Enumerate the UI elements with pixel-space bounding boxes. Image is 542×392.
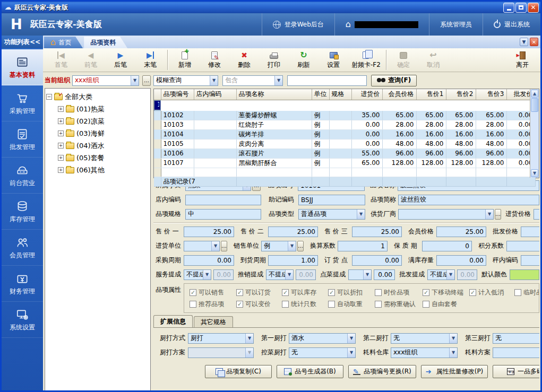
- column-header[interactable]: 单位: [312, 89, 329, 100]
- sale-unit-browse-button[interactable]: …: [297, 241, 304, 251]
- attribute-checkbox[interactable]: 需称重确认: [375, 300, 423, 309]
- tree-item[interactable]: +(06)其他: [46, 164, 149, 176]
- renumber-button[interactable]: ✎品项编号更换(R): [348, 365, 416, 378]
- close-button[interactable]: ✕: [528, 3, 539, 13]
- attribute-checkbox[interactable]: ✓计入低消: [469, 288, 514, 297]
- column-header[interactable]: 进货价: [351, 89, 382, 100]
- table-row[interactable]: 10103红烧肘子例0.0028.0028.0028.0028.000.00: [154, 120, 535, 129]
- tree-item[interactable]: +(05)套餐: [46, 152, 149, 164]
- sidebar-item-front-desk[interactable]: 前台营业: [2, 158, 43, 194]
- org-browse-button[interactable]: …: [142, 75, 151, 86]
- sale-unit-select[interactable]: 例▼: [261, 241, 296, 251]
- chevron-down-icon[interactable]: ▼: [210, 76, 218, 85]
- attribute-checkbox[interactable]: 推荐品项: [190, 300, 236, 309]
- column-header[interactable]: 店内编码: [194, 89, 236, 100]
- chevron-down-icon[interactable]: ▼: [446, 270, 454, 280]
- member-price-field[interactable]: 25.00: [436, 227, 486, 237]
- wholesale-comm-select[interactable]: 不提成▼: [427, 269, 455, 280]
- scale-code-field[interactable]: [521, 255, 539, 266]
- conversion-field[interactable]: 1: [338, 241, 388, 251]
- toolbar-last-button[interactable]: ▶末笔: [135, 49, 165, 71]
- attribute-checkbox[interactable]: 统计只数: [282, 300, 328, 309]
- expand-icon[interactable]: +: [58, 130, 64, 136]
- supplier-browse-button[interactable]: …: [495, 209, 501, 220]
- purchase-cycle-field[interactable]: 0.00: [184, 255, 234, 266]
- type-select[interactable]: 普通品项▼: [298, 209, 365, 220]
- table-row[interactable]: 10102葱姜爆炒醉螺例35.0065.0065.0065.0065.000.0…: [154, 111, 535, 120]
- collapse-icon[interactable]: −: [46, 94, 52, 100]
- max-stock-field[interactable]: 0.00: [436, 255, 486, 266]
- toolbar-exit-button[interactable]: ▸离开: [507, 49, 537, 71]
- chevron-down-icon[interactable]: ▼: [363, 270, 371, 280]
- scroll-down-icon[interactable]: ▼: [531, 169, 538, 177]
- toolbar-refresh-button[interactable]: ↻刷新: [289, 49, 319, 71]
- chevron-down-icon[interactable]: ▼: [245, 334, 253, 343]
- chevron-down-icon[interactable]: ▼: [449, 334, 457, 343]
- table-row[interactable]: 10104碳烤羊排例0.0016.0016.0016.0016.000.00: [154, 129, 535, 139]
- spec-field[interactable]: 中: [185, 209, 261, 220]
- sidebar-item-inventory[interactable]: 库存管理: [2, 194, 43, 230]
- minimize-button[interactable]: [503, 3, 514, 13]
- points-factor-field[interactable]: [506, 241, 539, 251]
- attribute-checkbox[interactable]: ✓下移动终端: [423, 288, 469, 297]
- current-org-select[interactable]: xxx组织 ▼: [72, 75, 139, 86]
- toolbar-new-button[interactable]: ✚新增: [170, 49, 200, 71]
- chevron-down-icon[interactable]: ▼: [288, 241, 296, 251]
- mnemonic-field[interactable]: BSJJ: [298, 195, 365, 205]
- expand-icon[interactable]: +: [58, 118, 64, 124]
- web-login-button[interactable]: 登录Web后台: [262, 13, 334, 36]
- sidebar-item-basic-data[interactable]: 基本资料: [2, 49, 43, 85]
- tab-item-data[interactable]: 品项资料: [84, 37, 127, 48]
- attribute-checkbox[interactable]: ✓可以库存: [282, 288, 328, 297]
- chevron-down-icon[interactable]: ▼: [485, 210, 493, 219]
- scroll-thumb[interactable]: [531, 98, 538, 112]
- chevron-down-icon[interactable]: ▼: [131, 76, 139, 85]
- attribute-checkbox[interactable]: ✓可以变价: [236, 300, 282, 309]
- purchase-unit-browse-button[interactable]: …: [221, 241, 227, 251]
- chevron-down-icon[interactable]: ▼: [357, 210, 365, 219]
- attribute-checkbox[interactable]: ✓可以订货: [236, 288, 282, 297]
- scroll-up-icon[interactable]: ▲: [531, 90, 538, 98]
- order-comm-value[interactable]: 0.00: [374, 269, 395, 280]
- tree-item[interactable]: +(04)酒水: [46, 140, 149, 152]
- tree-item[interactable]: +(02)凉菜: [46, 115, 149, 127]
- sidebar-item-members[interactable]: 会员管理: [2, 230, 43, 266]
- expand-icon[interactable]: +: [58, 143, 64, 149]
- multi-code-button[interactable]: 一品多码(: [493, 365, 539, 378]
- attribute-checkbox[interactable]: 临时品项: [514, 288, 539, 297]
- promo-comm-select[interactable]: 不提成▼: [266, 269, 294, 280]
- sidebar-item-purchase[interactable]: 采购管理: [2, 85, 43, 121]
- chevron-down-icon[interactable]: ▼: [203, 270, 211, 280]
- copy-button[interactable]: 品项复制(C): [205, 365, 272, 378]
- service-comm-select[interactable]: 不提成▼: [184, 269, 211, 280]
- shelf-life-field[interactable]: 0: [422, 241, 472, 251]
- table-row[interactable]: 10105皮肉分离例0.0048.0048.0048.0048.000.00: [154, 139, 535, 149]
- table-row[interactable]: 10107黑椒鹅肝酥合例65.00128.00128.00128.00128.0…: [154, 158, 535, 168]
- order-point-field[interactable]: 0.00: [352, 255, 402, 266]
- chevron-down-icon[interactable]: ▼: [449, 348, 457, 358]
- batch-edit-button[interactable]: ➔属性批量修改(P): [421, 365, 488, 378]
- print-mode-select[interactable]: 厨打▼: [188, 333, 254, 344]
- price1-field[interactable]: 25.00: [184, 227, 234, 237]
- tab-list-dropdown-button[interactable]: ▼: [520, 38, 528, 46]
- toolbar-next-button[interactable]: ▶后笔: [106, 49, 135, 71]
- wholesale-price-field[interactable]: [521, 227, 539, 237]
- sidebar-item-system-settings[interactable]: 系统设置: [2, 302, 43, 338]
- expand-icon[interactable]: +: [58, 106, 64, 112]
- sidebar-item-finance[interactable]: 财务管理: [2, 266, 43, 302]
- order-comm-select[interactable]: ▼: [348, 269, 372, 280]
- ext-tab[interactable]: 其它规格: [194, 316, 233, 327]
- column-header[interactable]: 售价2: [446, 89, 476, 100]
- attribute-checkbox[interactable]: 自动取重: [328, 300, 375, 309]
- attribute-checkbox[interactable]: 自由套餐: [423, 300, 469, 309]
- column-header[interactable]: 品项名称: [236, 89, 312, 100]
- tree-root-item[interactable]: − ✓ 全部大类: [46, 91, 149, 103]
- material-plan-field[interactable]: [493, 347, 539, 358]
- printer3-select[interactable]: 无: [493, 333, 539, 344]
- tab-home[interactable]: ⌂首页: [44, 37, 83, 48]
- chevron-down-icon[interactable]: ▼: [285, 270, 293, 280]
- query-button[interactable]: 查询(F): [371, 75, 417, 86]
- panel-toggle-button[interactable]: 功能列表<<: [2, 36, 43, 48]
- attribute-checkbox[interactable]: ✓可以折扣: [328, 288, 375, 297]
- column-header[interactable]: 售价1: [416, 89, 446, 100]
